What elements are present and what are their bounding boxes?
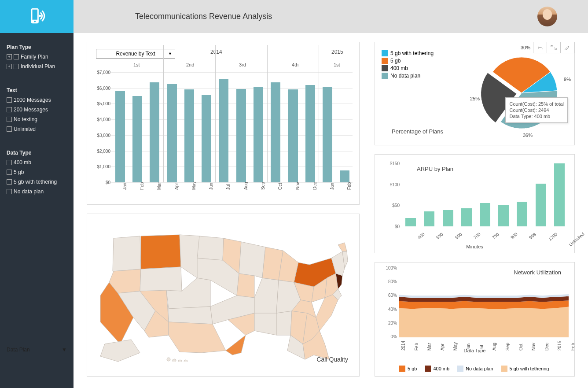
- checkbox-icon: [14, 64, 19, 69]
- bar[interactable]: [271, 82, 280, 182]
- legend-item[interactable]: 5 gb with tethering: [382, 50, 434, 56]
- legend-item[interactable]: 5 gb: [382, 58, 434, 64]
- undo-button[interactable]: [533, 42, 547, 53]
- bar[interactable]: [554, 163, 565, 226]
- x-tick: Unlimited: [568, 232, 585, 247]
- sidebar-filter-item[interactable]: 400 mb: [7, 159, 67, 166]
- sidebar-filter-item[interactable]: +Individual Plan: [7, 63, 67, 70]
- sidebar-group-title: Data Type: [7, 150, 67, 156]
- y-tick: $0: [106, 180, 110, 185]
- x-tick: Feb: [570, 343, 575, 351]
- year-label-2015: 2015: [331, 49, 343, 55]
- bar[interactable]: [305, 85, 315, 182]
- bar[interactable]: [184, 89, 194, 182]
- area-series[interactable]: [399, 294, 569, 298]
- checkbox-icon: [7, 160, 12, 165]
- legend-item[interactable]: 400 mb: [425, 366, 449, 372]
- edit-button[interactable]: [560, 42, 574, 53]
- sidebar-item-label: 1000 Messages: [14, 97, 51, 103]
- expand-icon: +: [7, 64, 12, 69]
- svg-point-4: [167, 358, 170, 361]
- bar[interactable]: [202, 95, 211, 182]
- legend-swatch: [382, 58, 388, 64]
- sidebar-item-label: Family Plan: [21, 54, 48, 60]
- bar[interactable]: [461, 208, 472, 226]
- sidebar-filter-item[interactable]: No texting: [7, 116, 67, 122]
- pie-title: Percentage of Plans: [392, 128, 443, 135]
- x-tick: 700: [473, 232, 481, 240]
- legend-label: 400 mb: [433, 366, 449, 371]
- svg-point-6: [178, 360, 182, 362]
- bar[interactable]: [254, 87, 263, 182]
- bar[interactable]: [498, 205, 509, 226]
- sidebar-filter-item[interactable]: 5 gb: [7, 169, 67, 175]
- sidebar-item-label: No texting: [14, 116, 37, 122]
- bar[interactable]: [405, 218, 416, 226]
- area-series[interactable]: [399, 307, 569, 337]
- bar[interactable]: [150, 82, 159, 182]
- y-tick: 0%: [391, 334, 397, 339]
- bar[interactable]: [236, 89, 246, 182]
- arpu-plot-area: 4005505007007509009991200Unlimited: [401, 163, 568, 226]
- sidebar-filter-item[interactable]: 1000 Messages: [7, 97, 67, 103]
- pie-pct-label: 36%: [523, 133, 533, 138]
- svg-point-2: [34, 20, 36, 22]
- sidebar-filter-item[interactable]: Unlimited: [7, 126, 67, 132]
- x-tick: Sep: [261, 182, 265, 190]
- x-tick: Feb: [347, 182, 352, 190]
- bar[interactable]: [288, 89, 298, 182]
- user-avatar[interactable]: [537, 7, 557, 26]
- sidebar-filter-item[interactable]: 5 gb with tethering: [7, 179, 67, 185]
- x-tick: Aug: [492, 343, 497, 351]
- pie-tooltip: Count(Cost): 25% of total Count(Cost): 2…: [505, 97, 568, 123]
- panel-revenue-bar: Revenue by Text 2014 2015 1st 2nd 3rd 4t…: [87, 42, 360, 205]
- tooltip-line: Count(Cost): 2494: [509, 107, 564, 113]
- legend-item[interactable]: 5 gb: [399, 366, 417, 372]
- x-tick: Oct: [518, 344, 523, 351]
- x-tick: Oct: [278, 183, 283, 190]
- bar[interactable]: [480, 203, 490, 226]
- usa-map[interactable]: [92, 221, 351, 362]
- sidebar-filter-item[interactable]: +Family Plan: [7, 54, 67, 60]
- bar[interactable]: [167, 84, 177, 182]
- panel-call-quality-map: Call Quality: [87, 214, 360, 377]
- sidebar-group-title: Plan Type: [7, 44, 67, 50]
- bar[interactable]: [323, 87, 332, 182]
- sidebar-filter-item[interactable]: 200 Messages: [7, 107, 67, 113]
- sidebar: Plan Type+Family Plan+Individual PlanTex…: [0, 33, 74, 388]
- bar[interactable]: [115, 91, 125, 182]
- pie-chart[interactable]: [475, 47, 568, 139]
- data-plan-select[interactable]: Data Plan ▼: [7, 347, 67, 353]
- legend-item[interactable]: 400 mb: [382, 65, 434, 71]
- area-chart[interactable]: [399, 268, 569, 337]
- x-tick: Aug: [243, 182, 248, 190]
- y-tick: $7,000: [97, 70, 110, 75]
- legend-item[interactable]: 5 gb with tethering: [501, 366, 549, 372]
- bar[interactable]: [219, 79, 228, 182]
- sidebar-filter-item[interactable]: No data plan: [7, 188, 67, 195]
- y-tick: 40%: [388, 307, 397, 311]
- bar[interactable]: [424, 211, 434, 226]
- svg-point-5: [173, 359, 176, 362]
- bar-y-axis: $0$1,000$2,000$3,000$4,000$5,000$6,000$7…: [92, 72, 111, 182]
- bar[interactable]: [517, 202, 527, 226]
- q-label: 4th: [292, 62, 298, 67]
- bar[interactable]: [340, 170, 349, 182]
- legend-item[interactable]: No data plan: [457, 366, 493, 372]
- y-tick: $100: [390, 182, 400, 187]
- x-tick: 500: [454, 232, 463, 240]
- legend-item[interactable]: No data plan: [382, 73, 434, 79]
- legend-swatch: [382, 65, 388, 71]
- sidebar-item-label: 200 Messages: [14, 107, 48, 113]
- sidebar-item-label: 400 mb: [14, 159, 31, 166]
- y-tick: $0: [395, 224, 400, 229]
- bar[interactable]: [443, 210, 453, 226]
- bar[interactable]: [132, 96, 142, 182]
- checkbox-icon: [7, 97, 12, 103]
- y-tick: $4,000: [97, 117, 110, 122]
- checkbox-icon: [7, 179, 12, 185]
- data-plan-select-label: Data Plan: [7, 347, 30, 353]
- expand-button[interactable]: [547, 42, 561, 53]
- y-tick: 60%: [388, 293, 397, 298]
- bar[interactable]: [536, 184, 546, 226]
